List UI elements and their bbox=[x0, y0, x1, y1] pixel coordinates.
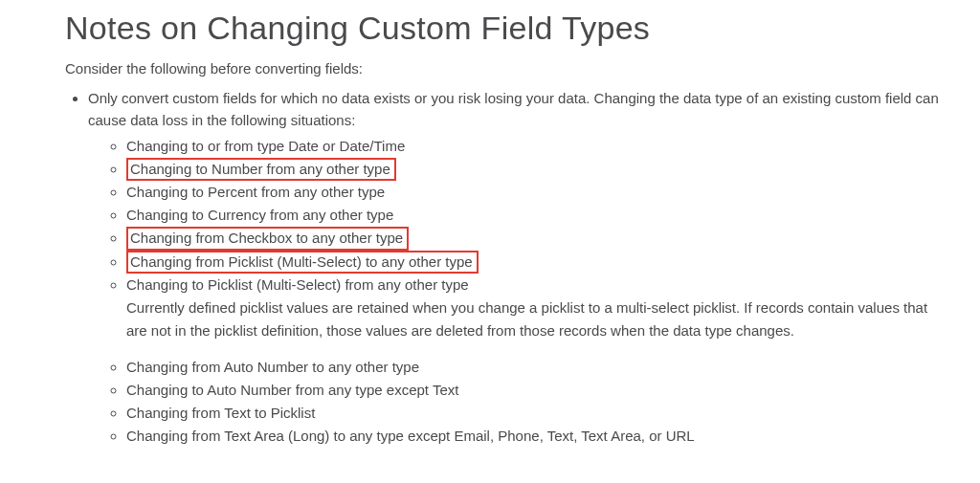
highlight-box: Changing from Picklist (Multi-Select) to… bbox=[126, 251, 479, 274]
item-description: Currently defined picklist values are re… bbox=[126, 296, 942, 342]
item-text: Changing to Auto Number from any type ex… bbox=[126, 382, 458, 398]
item-text: Changing from Auto Number to any other t… bbox=[126, 359, 419, 375]
item-text: Changing to Picklist (Multi-Select) from… bbox=[126, 276, 469, 293]
item-text: Changing to or from type Date or Date/Ti… bbox=[126, 138, 405, 154]
list-item: Changing to Auto Number from any type ex… bbox=[126, 379, 942, 402]
situations-list-2: Changing from Auto Number to any other t… bbox=[88, 356, 942, 448]
situations-list-1: Changing to or from type Date or Date/Ti… bbox=[88, 135, 942, 342]
item-text: Changing to Percent from any other type bbox=[126, 184, 385, 200]
list-item: Changing to or from type Date or Date/Ti… bbox=[126, 135, 942, 158]
top-list: Only convert custom fields for which no … bbox=[65, 88, 942, 448]
intro-text: Consider the following before converting… bbox=[65, 60, 942, 77]
list-item: Changing to Picklist (Multi-Select) from… bbox=[126, 274, 942, 342]
list-item: Changing to Number from any other type bbox=[126, 158, 942, 181]
list-item: Changing from Text Area (Long) to any ty… bbox=[126, 425, 942, 448]
main-bullet: Only convert custom fields for which no … bbox=[88, 88, 942, 448]
list-item: Changing from Picklist (Multi-Select) to… bbox=[126, 251, 942, 274]
item-text: Changing from Text Area (Long) to any ty… bbox=[126, 428, 695, 444]
page-title: Notes on Changing Custom Field Types bbox=[65, 10, 942, 47]
main-bullet-text: Only convert custom fields for which no … bbox=[88, 90, 939, 128]
item-text: Changing from Text to Picklist bbox=[126, 405, 315, 421]
highlight-box: Changing to Number from any other type bbox=[126, 158, 396, 181]
list-item: Changing from Text to Picklist bbox=[126, 402, 942, 425]
list-item: Changing from Checkbox to any other type bbox=[126, 227, 942, 250]
list-item: Changing to Currency from any other type bbox=[126, 204, 942, 227]
list-item: Changing from Auto Number to any other t… bbox=[126, 356, 942, 379]
highlight-box: Changing from Checkbox to any other type bbox=[126, 227, 409, 250]
item-text: Changing to Currency from any other type bbox=[126, 207, 393, 223]
document-page: Notes on Changing Custom Field Types Con… bbox=[0, 0, 980, 483]
list-item: Changing to Percent from any other type bbox=[126, 181, 942, 204]
